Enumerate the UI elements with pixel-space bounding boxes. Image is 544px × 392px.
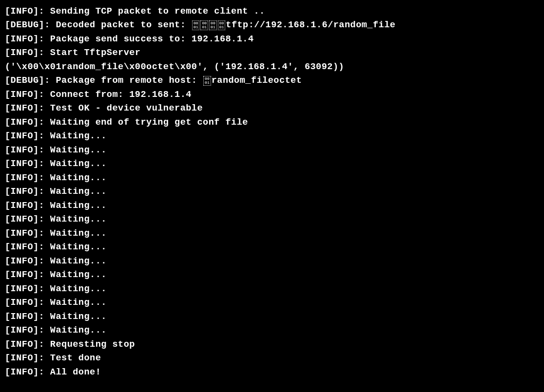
- log-text: Waiting...: [50, 187, 107, 197]
- log-prefix: [INFO]:: [5, 145, 50, 155]
- log-line: [INFO]: Waiting...: [5, 296, 539, 310]
- log-prefix: [INFO]:: [5, 353, 50, 363]
- log-prefix: [INFO]:: [5, 270, 50, 280]
- log-line: [INFO]: Test OK - device vulnerable: [5, 102, 539, 115]
- hex-glyph-icon: 0001: [218, 20, 226, 30]
- log-line: [INFO]: Waiting...: [5, 227, 539, 241]
- log-prefix: [INFO]:: [5, 131, 50, 141]
- log-line: [INFO]: All done!: [5, 366, 539, 379]
- log-prefix: [INFO]:: [5, 103, 50, 113]
- log-line: [INFO]: Start TftpServer: [5, 46, 539, 60]
- log-line: [INFO]: Waiting...: [5, 255, 539, 268]
- log-prefix: [INFO]:: [5, 34, 50, 44]
- log-text: ('\x00\x01random_file\x00octet\x00', ('1…: [5, 62, 344, 72]
- log-line: [INFO]: Waiting...: [5, 241, 539, 254]
- log-text: Waiting...: [50, 173, 107, 183]
- log-line: [INFO]: Waiting...: [5, 199, 539, 213]
- log-text: Waiting...: [50, 256, 107, 266]
- log-prefix: [INFO]:: [5, 228, 50, 239]
- terminal-output: [INFO]: Sending TCP packet to remote cli…: [5, 5, 539, 379]
- log-prefix: [INFO]:: [5, 48, 50, 58]
- log-line: [INFO]: Sending TCP packet to remote cli…: [5, 5, 539, 19]
- log-line: [INFO]: Connect from: 192.168.1.4: [5, 88, 539, 102]
- log-text: Test OK - device vulnerable: [50, 103, 203, 113]
- log-prefix: [INFO]:: [5, 242, 50, 252]
- log-prefix: [INFO]:: [5, 367, 50, 377]
- log-text: Waiting...: [50, 228, 107, 239]
- log-text: Waiting...: [50, 325, 107, 336]
- log-prefix: [INFO]:: [5, 284, 50, 294]
- hex-glyph-icon: 0001: [203, 76, 211, 86]
- hex-glyph-icon: 0001: [200, 20, 208, 30]
- log-line: [DEBUG]: Decoded packet to sent: 0001000…: [5, 19, 539, 32]
- log-text: Start TftpServer: [50, 48, 141, 58]
- log-line: [INFO]: Package send success to: 192.168…: [5, 33, 539, 46]
- log-text: random_fileoctet: [212, 75, 302, 86]
- log-line: [INFO]: Waiting...: [5, 144, 539, 157]
- log-prefix: [INFO]:: [5, 298, 50, 308]
- log-text: Waiting...: [50, 312, 107, 322]
- log-line: [INFO]: Waiting...: [5, 268, 539, 282]
- log-text: Sending TCP packet to remote client ..: [50, 6, 265, 17]
- log-prefix: [DEBUG]:: [5, 75, 56, 86]
- log-text: Waiting...: [50, 159, 107, 169]
- log-line: [INFO]: Waiting...: [5, 324, 539, 337]
- log-text: Decoded packet to sent:: [56, 20, 191, 30]
- log-line: [INFO]: Waiting...: [5, 157, 539, 171]
- log-text: Waiting...: [50, 214, 107, 224]
- log-prefix: [INFO]:: [5, 6, 50, 17]
- log-line: [INFO]: Waiting...: [5, 282, 539, 296]
- log-text: Waiting...: [50, 284, 107, 294]
- log-line: [INFO]: Waiting...: [5, 185, 539, 199]
- log-text: Connect from: 192.168.1.4: [50, 90, 192, 100]
- log-line: [INFO]: Waiting end of trying get conf f…: [5, 116, 539, 130]
- hex-glyph-icon: 0001: [209, 20, 217, 30]
- log-text: Waiting...: [50, 201, 107, 211]
- log-text: Test done: [50, 353, 101, 363]
- log-text: Package from remote host:: [56, 75, 203, 86]
- log-line: [INFO]: Waiting...: [5, 213, 539, 226]
- log-prefix: [INFO]:: [5, 312, 50, 322]
- log-prefix: [INFO]:: [5, 90, 50, 100]
- log-prefix: [INFO]:: [5, 187, 50, 197]
- log-prefix: [INFO]:: [5, 201, 50, 211]
- log-prefix: [INFO]:: [5, 173, 50, 183]
- log-prefix: [INFO]:: [5, 214, 50, 224]
- log-text: Package send success to: 192.168.1.4: [50, 34, 254, 44]
- log-prefix: [DEBUG]:: [5, 20, 56, 30]
- log-line: [INFO]: Test done: [5, 352, 539, 365]
- log-text: Waiting end of trying get conf file: [50, 117, 248, 128]
- log-prefix: [INFO]:: [5, 159, 50, 169]
- log-text: Waiting...: [50, 242, 107, 252]
- hex-glyph-icon: 0001: [192, 20, 200, 30]
- log-text: Requesting stop: [50, 339, 135, 350]
- log-text: Waiting...: [50, 270, 107, 280]
- log-text: tftp://192.168.1.6/random_file: [226, 20, 395, 30]
- log-prefix: [INFO]:: [5, 339, 50, 350]
- log-text: Waiting...: [50, 131, 107, 141]
- log-line: [INFO]: Requesting stop: [5, 338, 539, 352]
- log-text: Waiting...: [50, 145, 107, 155]
- log-prefix: [INFO]:: [5, 117, 50, 128]
- log-line: [INFO]: Waiting...: [5, 130, 539, 143]
- log-prefix: [INFO]:: [5, 325, 50, 336]
- log-line: [INFO]: Waiting...: [5, 171, 539, 185]
- log-text: Waiting...: [50, 298, 107, 308]
- log-prefix: [INFO]:: [5, 256, 50, 266]
- log-text: All done!: [50, 367, 101, 377]
- log-line: [DEBUG]: Package from remote host: 0001r…: [5, 74, 539, 88]
- log-line: ('\x00\x01random_file\x00octet\x00', ('1…: [5, 60, 539, 74]
- log-line: [INFO]: Waiting...: [5, 310, 539, 324]
